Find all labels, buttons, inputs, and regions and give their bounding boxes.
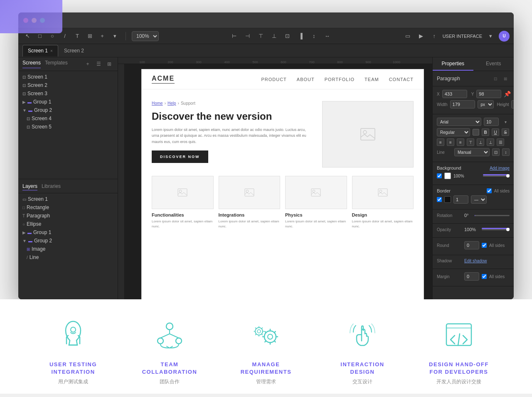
layer-ellipse[interactable]: ○ Ellipse bbox=[18, 220, 118, 228]
align-left-text-button[interactable]: ≡ bbox=[437, 138, 444, 146]
breadcrumb-home[interactable]: Home bbox=[152, 101, 163, 106]
round-input[interactable] bbox=[464, 241, 479, 249]
list-button[interactable]: ☰ bbox=[497, 138, 504, 146]
nav-link-team[interactable]: TEAM bbox=[365, 77, 379, 82]
distribute-h-icon[interactable]: ⊥ bbox=[269, 31, 279, 41]
share-icon[interactable]: ↑ bbox=[429, 31, 439, 41]
layer-screen1[interactable]: ▭ Screen 1 bbox=[18, 195, 118, 203]
border-color-checkbox[interactable] bbox=[437, 197, 442, 202]
zoom-select[interactable]: 100% bbox=[132, 31, 159, 41]
border-color-box[interactable] bbox=[444, 196, 451, 203]
layer-image[interactable]: ⊞ Image bbox=[18, 245, 118, 253]
layer-line[interactable]: / Line bbox=[18, 253, 118, 261]
layer-rectangle[interactable]: □ Rectangle bbox=[18, 203, 118, 212]
width-unit-select[interactable]: px bbox=[478, 100, 494, 108]
align-center-text-button[interactable]: ≡ bbox=[447, 138, 454, 146]
add-image-button[interactable]: Add image bbox=[490, 166, 510, 170]
x-input[interactable] bbox=[442, 90, 467, 98]
round-all-sides-checkbox[interactable] bbox=[482, 243, 487, 248]
y-input[interactable] bbox=[476, 90, 501, 98]
canvas-area[interactable]: 100 200 300 400 500 600 700 800 900 1000 bbox=[118, 57, 432, 299]
screen-item-1[interactable]: ⊡ Screen 1 bbox=[18, 73, 118, 81]
tab-events[interactable]: Events bbox=[473, 57, 514, 71]
tab-screens[interactable]: Screens bbox=[22, 60, 41, 68]
chevron-tool[interactable]: ▾ bbox=[110, 31, 120, 41]
svg-rect-4 bbox=[245, 189, 254, 196]
breadcrumb-support: Support bbox=[181, 101, 195, 106]
tab-layers[interactable]: Layers bbox=[22, 183, 37, 190]
layer-paragraph[interactable]: T Paragraph bbox=[18, 212, 118, 220]
underline-button[interactable]: U bbox=[492, 128, 499, 136]
font-family-select[interactable]: Arial bbox=[437, 118, 481, 126]
layer-group2[interactable]: ▼ ▬ Group 2 bbox=[18, 237, 118, 245]
sidebar-divider bbox=[18, 179, 118, 179]
border-checkbox[interactable] bbox=[487, 188, 492, 193]
bold-button[interactable]: B bbox=[482, 128, 489, 136]
group1-folder[interactable]: ▶ ▬ Group 1 bbox=[18, 98, 118, 106]
tablet-icon[interactable]: ▭ bbox=[403, 31, 413, 41]
tab-screen2[interactable]: Screen 2 bbox=[59, 45, 89, 57]
tab-close-screen1[interactable]: × bbox=[50, 49, 53, 53]
tab-templates[interactable]: Templates bbox=[45, 60, 68, 68]
play-icon[interactable]: ▶ bbox=[416, 31, 426, 41]
width-input[interactable] bbox=[450, 100, 475, 108]
user-label[interactable]: USER INTERFACE bbox=[443, 34, 482, 39]
nav-link-about[interactable]: ABOUT bbox=[297, 77, 315, 82]
font-style-row: Regular B U S bbox=[437, 128, 510, 136]
font-size-chevron[interactable]: ▾ bbox=[501, 118, 510, 126]
edit-shadow-button[interactable]: Edit shadow bbox=[464, 259, 487, 263]
align-bottom-text-button[interactable]: ⊥ bbox=[487, 138, 494, 146]
font-color-box[interactable] bbox=[473, 129, 479, 136]
font-style-select[interactable]: Regular bbox=[437, 128, 470, 136]
tab-screen1[interactable]: Screen 1 × bbox=[22, 45, 58, 57]
line-icon1[interactable]: ⊡ bbox=[492, 148, 500, 156]
group2-folder[interactable]: ▼ ▬ Group 2 bbox=[18, 106, 118, 114]
nav-link-product[interactable]: PRODUCT bbox=[261, 77, 286, 82]
align-center-h-icon[interactable]: ⊣ bbox=[242, 31, 252, 41]
tab-libraries[interactable]: Libraries bbox=[42, 183, 61, 190]
align-middle-icon[interactable]: ↕ bbox=[309, 31, 319, 41]
nav-link-contact[interactable]: CONTACT bbox=[389, 77, 414, 82]
border-style-select[interactable]: — bbox=[471, 195, 487, 204]
add-screen-icon[interactable]: + bbox=[84, 60, 92, 68]
chevron-down-icon[interactable]: ▾ bbox=[485, 31, 495, 41]
margin-input[interactable] bbox=[464, 272, 479, 281]
interaction-design-subtitle: 交互设计 bbox=[352, 378, 372, 385]
paragraph-icon1[interactable]: ⊡ bbox=[491, 74, 500, 83]
tab-properties[interactable]: Properties bbox=[433, 57, 473, 71]
image-tool[interactable]: ⊞ bbox=[85, 31, 95, 41]
screen-item-2[interactable]: ⊡ Screen 2 bbox=[18, 81, 118, 89]
screen-item-5[interactable]: ⊡ Screen 5 bbox=[18, 123, 118, 131]
align-left-icon[interactable]: ⊢ bbox=[229, 31, 239, 41]
height-input[interactable] bbox=[511, 100, 514, 108]
grid-view-icon[interactable]: ⊞ bbox=[105, 60, 113, 68]
strikethrough-button[interactable]: S bbox=[502, 128, 509, 136]
background-checkbox[interactable] bbox=[437, 173, 442, 178]
font-size-input[interactable] bbox=[484, 118, 499, 126]
line-select[interactable]: Manual bbox=[454, 148, 490, 156]
pin-icon[interactable]: 📌 bbox=[504, 90, 511, 98]
equal-space-icon[interactable]: ↔ bbox=[322, 31, 332, 41]
align-middle-text-button[interactable]: ⊥ bbox=[477, 138, 484, 146]
shadow-row: Shadow Edit shadow bbox=[437, 259, 510, 263]
add-tool[interactable]: + bbox=[97, 31, 107, 41]
screen-item-4[interactable]: ⊡ Screen 4 bbox=[18, 114, 118, 123]
border-width-input[interactable] bbox=[453, 195, 468, 204]
screen-item-3[interactable]: ⊡ Screen 3 bbox=[18, 89, 118, 98]
distribute-v-icon[interactable]: ⊡ bbox=[282, 31, 292, 41]
discover-now-button[interactable]: DISCOVER NOW bbox=[152, 150, 208, 163]
bar-chart-icon[interactable]: ▐ bbox=[296, 31, 305, 41]
text-tool[interactable]: T bbox=[72, 31, 82, 41]
list-view-icon[interactable]: ☰ bbox=[94, 60, 103, 68]
align-top-text-button[interactable]: ⊤ bbox=[467, 138, 474, 146]
breadcrumb-help[interactable]: Help bbox=[167, 101, 176, 106]
nav-link-portfolio[interactable]: PORTFOLIO bbox=[325, 77, 355, 82]
line-tool[interactable]: / bbox=[60, 31, 70, 41]
align-right-text-button[interactable]: ≡ bbox=[457, 138, 464, 146]
background-color-box[interactable] bbox=[444, 173, 451, 179]
align-right-icon[interactable]: ⊤ bbox=[256, 31, 266, 41]
line-icon2[interactable]: ↕ bbox=[502, 148, 510, 156]
layer-group1[interactable]: ▶ ▬ Group 1 bbox=[18, 228, 118, 237]
margin-all-sides-checkbox[interactable] bbox=[482, 274, 487, 279]
paragraph-icon2[interactable]: ⊠ bbox=[501, 74, 510, 83]
